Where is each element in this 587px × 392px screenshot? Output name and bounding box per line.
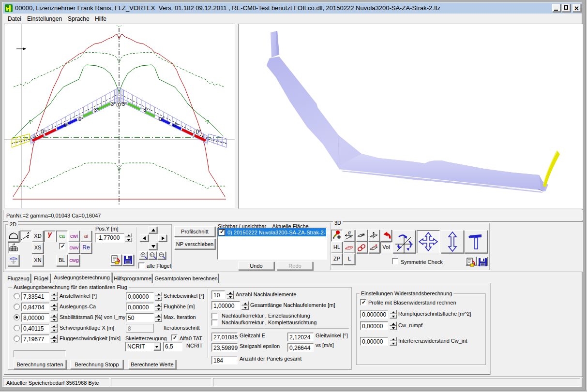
svg-text:1:1: 1:1 bbox=[151, 254, 154, 257]
svg-text:0°: 0° bbox=[196, 129, 201, 134]
svg-text:0°: 0° bbox=[64, 122, 69, 128]
svg-text:α: α bbox=[348, 230, 351, 235]
svg-text:0°: 0° bbox=[159, 116, 164, 122]
svg-text:0°: 0° bbox=[173, 122, 179, 128]
svg-text:0°: 0° bbox=[78, 116, 84, 122]
svg-text:0°: 0° bbox=[41, 129, 46, 134]
svg-text:3°: 3° bbox=[94, 107, 99, 113]
svg-text:3°: 3° bbox=[111, 101, 116, 107]
svg-text:3°: 3° bbox=[143, 107, 149, 113]
svg-text:3°: 3° bbox=[122, 101, 127, 107]
